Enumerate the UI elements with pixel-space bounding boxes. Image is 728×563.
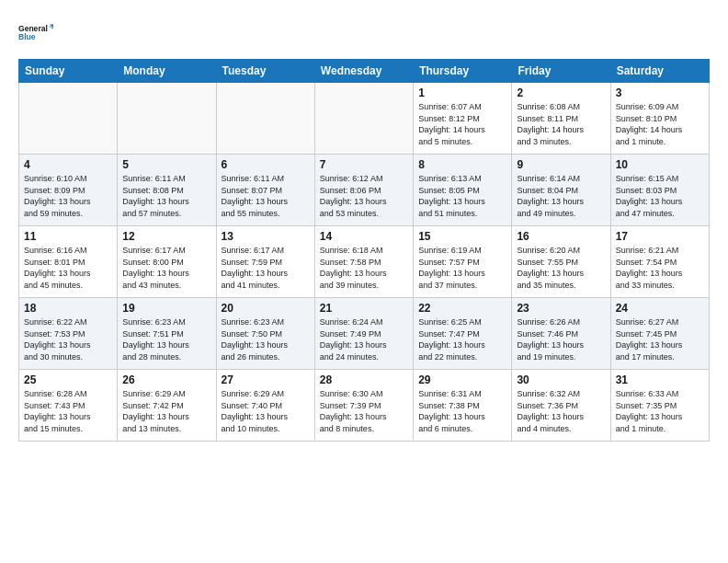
cell-3-6: 24Sunrise: 6:27 AMSunset: 7:45 PMDayligh… bbox=[610, 298, 709, 370]
cell-4-0: 25Sunrise: 6:28 AMSunset: 7:43 PMDayligh… bbox=[19, 370, 118, 442]
day-number-20: 20 bbox=[222, 302, 310, 315]
cell-1-6: 10Sunrise: 6:15 AMSunset: 8:03 PMDayligh… bbox=[610, 155, 709, 226]
cell-0-1 bbox=[118, 83, 216, 155]
day-number-31: 31 bbox=[616, 373, 704, 386]
day-info-15: Sunrise: 6:19 AMSunset: 7:57 PMDaylight:… bbox=[418, 245, 506, 291]
cell-4-2: 27Sunrise: 6:29 AMSunset: 7:40 PMDayligh… bbox=[216, 370, 314, 442]
cell-2-0: 11Sunrise: 6:16 AMSunset: 8:01 PMDayligh… bbox=[19, 226, 118, 298]
day-info-7: Sunrise: 6:12 AMSunset: 8:06 PMDaylight:… bbox=[320, 173, 408, 219]
day-info-3: Sunrise: 6:09 AMSunset: 8:10 PMDaylight:… bbox=[616, 101, 704, 147]
cell-3-5: 23Sunrise: 6:26 AMSunset: 7:46 PMDayligh… bbox=[512, 298, 610, 370]
cell-3-2: 20Sunrise: 6:23 AMSunset: 7:50 PMDayligh… bbox=[216, 298, 314, 370]
day-info-21: Sunrise: 6:24 AMSunset: 7:49 PMDaylight:… bbox=[320, 316, 408, 362]
day-number-4: 4 bbox=[24, 158, 112, 171]
header-thursday: Thursday bbox=[414, 60, 512, 83]
cell-2-3: 14Sunrise: 6:18 AMSunset: 7:58 PMDayligh… bbox=[314, 226, 413, 298]
day-number-22: 22 bbox=[418, 302, 506, 315]
logo: General Blue bbox=[18, 15, 53, 50]
day-info-4: Sunrise: 6:10 AMSunset: 8:09 PMDaylight:… bbox=[24, 173, 112, 219]
day-info-9: Sunrise: 6:14 AMSunset: 8:04 PMDaylight:… bbox=[517, 173, 605, 219]
day-number-13: 13 bbox=[222, 230, 310, 243]
cell-0-6: 3Sunrise: 6:09 AMSunset: 8:10 PMDaylight… bbox=[610, 83, 709, 155]
day-info-17: Sunrise: 6:21 AMSunset: 7:54 PMDaylight:… bbox=[616, 245, 704, 291]
day-info-6: Sunrise: 6:11 AMSunset: 8:07 PMDaylight:… bbox=[222, 173, 310, 219]
cell-1-3: 7Sunrise: 6:12 AMSunset: 8:06 PMDaylight… bbox=[314, 155, 413, 226]
day-info-2: Sunrise: 6:08 AMSunset: 8:11 PMDaylight:… bbox=[517, 101, 605, 147]
day-info-31: Sunrise: 6:33 AMSunset: 7:35 PMDaylight:… bbox=[616, 388, 704, 434]
day-info-5: Sunrise: 6:11 AMSunset: 8:08 PMDaylight:… bbox=[122, 173, 210, 219]
day-number-9: 9 bbox=[517, 158, 605, 171]
day-info-18: Sunrise: 6:22 AMSunset: 7:53 PMDaylight:… bbox=[24, 316, 112, 362]
day-info-25: Sunrise: 6:28 AMSunset: 7:43 PMDaylight:… bbox=[24, 388, 112, 434]
svg-marker-3 bbox=[48, 26, 53, 29]
cell-4-3: 28Sunrise: 6:30 AMSunset: 7:39 PMDayligh… bbox=[314, 370, 413, 442]
week-row-3: 11Sunrise: 6:16 AMSunset: 8:01 PMDayligh… bbox=[19, 226, 710, 298]
day-number-2: 2 bbox=[517, 86, 605, 99]
day-number-11: 11 bbox=[24, 230, 112, 243]
day-number-26: 26 bbox=[122, 373, 210, 386]
cell-0-4: 1Sunrise: 6:07 AMSunset: 8:12 PMDaylight… bbox=[414, 83, 512, 155]
cell-2-6: 17Sunrise: 6:21 AMSunset: 7:54 PMDayligh… bbox=[610, 226, 709, 298]
day-info-29: Sunrise: 6:31 AMSunset: 7:38 PMDaylight:… bbox=[418, 388, 506, 434]
day-info-16: Sunrise: 6:20 AMSunset: 7:55 PMDaylight:… bbox=[517, 245, 605, 291]
cell-3-3: 21Sunrise: 6:24 AMSunset: 7:49 PMDayligh… bbox=[314, 298, 413, 370]
cell-3-1: 19Sunrise: 6:23 AMSunset: 7:51 PMDayligh… bbox=[118, 298, 216, 370]
day-number-24: 24 bbox=[616, 302, 704, 315]
week-row-5: 25Sunrise: 6:28 AMSunset: 7:43 PMDayligh… bbox=[19, 370, 710, 442]
header-friday: Friday bbox=[512, 60, 610, 83]
days-header-row: SundayMondayTuesdayWednesdayThursdayFrid… bbox=[19, 60, 710, 83]
cell-4-4: 29Sunrise: 6:31 AMSunset: 7:38 PMDayligh… bbox=[414, 370, 512, 442]
svg-text:Blue: Blue bbox=[18, 32, 36, 41]
cell-3-4: 22Sunrise: 6:25 AMSunset: 7:47 PMDayligh… bbox=[414, 298, 512, 370]
day-info-27: Sunrise: 6:29 AMSunset: 7:40 PMDaylight:… bbox=[222, 388, 310, 434]
header-tuesday: Tuesday bbox=[216, 60, 314, 83]
cell-2-1: 12Sunrise: 6:17 AMSunset: 8:00 PMDayligh… bbox=[118, 226, 216, 298]
day-info-24: Sunrise: 6:27 AMSunset: 7:45 PMDaylight:… bbox=[616, 316, 704, 362]
calendar-table: SundayMondayTuesdayWednesdayThursdayFrid… bbox=[18, 59, 710, 442]
header: General Blue bbox=[18, 15, 710, 50]
cell-1-1: 5Sunrise: 6:11 AMSunset: 8:08 PMDaylight… bbox=[118, 155, 216, 226]
cell-0-5: 2Sunrise: 6:08 AMSunset: 8:11 PMDaylight… bbox=[512, 83, 610, 155]
cell-0-3 bbox=[314, 83, 413, 155]
header-monday: Monday bbox=[118, 60, 216, 83]
day-info-30: Sunrise: 6:32 AMSunset: 7:36 PMDaylight:… bbox=[517, 388, 605, 434]
day-number-12: 12 bbox=[122, 230, 210, 243]
cell-4-5: 30Sunrise: 6:32 AMSunset: 7:36 PMDayligh… bbox=[512, 370, 610, 442]
day-number-8: 8 bbox=[418, 158, 506, 171]
day-number-23: 23 bbox=[517, 302, 605, 315]
header-wednesday: Wednesday bbox=[314, 60, 413, 83]
header-saturday: Saturday bbox=[610, 60, 709, 83]
day-number-3: 3 bbox=[616, 86, 704, 99]
day-number-6: 6 bbox=[222, 158, 310, 171]
day-number-28: 28 bbox=[320, 373, 408, 386]
day-number-21: 21 bbox=[320, 302, 408, 315]
day-info-11: Sunrise: 6:16 AMSunset: 8:01 PMDaylight:… bbox=[24, 245, 112, 291]
day-info-20: Sunrise: 6:23 AMSunset: 7:50 PMDaylight:… bbox=[222, 316, 310, 362]
cell-1-4: 8Sunrise: 6:13 AMSunset: 8:05 PMDaylight… bbox=[414, 155, 512, 226]
cell-2-2: 13Sunrise: 6:17 AMSunset: 7:59 PMDayligh… bbox=[216, 226, 314, 298]
day-number-15: 15 bbox=[418, 230, 506, 243]
day-number-5: 5 bbox=[122, 158, 210, 171]
day-number-30: 30 bbox=[517, 373, 605, 386]
day-info-14: Sunrise: 6:18 AMSunset: 7:58 PMDaylight:… bbox=[320, 245, 408, 291]
day-number-17: 17 bbox=[616, 230, 704, 243]
header-sunday: Sunday bbox=[19, 60, 118, 83]
cell-4-6: 31Sunrise: 6:33 AMSunset: 7:35 PMDayligh… bbox=[610, 370, 709, 442]
cell-1-5: 9Sunrise: 6:14 AMSunset: 8:04 PMDaylight… bbox=[512, 155, 610, 226]
day-info-19: Sunrise: 6:23 AMSunset: 7:51 PMDaylight:… bbox=[122, 316, 210, 362]
cell-4-1: 26Sunrise: 6:29 AMSunset: 7:42 PMDayligh… bbox=[118, 370, 216, 442]
week-row-1: 1Sunrise: 6:07 AMSunset: 8:12 PMDaylight… bbox=[19, 83, 710, 155]
day-info-8: Sunrise: 6:13 AMSunset: 8:05 PMDaylight:… bbox=[418, 173, 506, 219]
day-info-26: Sunrise: 6:29 AMSunset: 7:42 PMDaylight:… bbox=[122, 388, 210, 434]
day-number-27: 27 bbox=[222, 373, 310, 386]
day-number-18: 18 bbox=[24, 302, 112, 315]
cell-2-5: 16Sunrise: 6:20 AMSunset: 7:55 PMDayligh… bbox=[512, 226, 610, 298]
cell-0-0 bbox=[19, 83, 118, 155]
cell-1-2: 6Sunrise: 6:11 AMSunset: 8:07 PMDaylight… bbox=[216, 155, 314, 226]
cell-3-0: 18Sunrise: 6:22 AMSunset: 7:53 PMDayligh… bbox=[19, 298, 118, 370]
day-number-14: 14 bbox=[320, 230, 408, 243]
day-info-10: Sunrise: 6:15 AMSunset: 8:03 PMDaylight:… bbox=[616, 173, 704, 219]
cell-2-4: 15Sunrise: 6:19 AMSunset: 7:57 PMDayligh… bbox=[414, 226, 512, 298]
day-info-1: Sunrise: 6:07 AMSunset: 8:12 PMDaylight:… bbox=[418, 101, 506, 147]
day-number-29: 29 bbox=[418, 373, 506, 386]
